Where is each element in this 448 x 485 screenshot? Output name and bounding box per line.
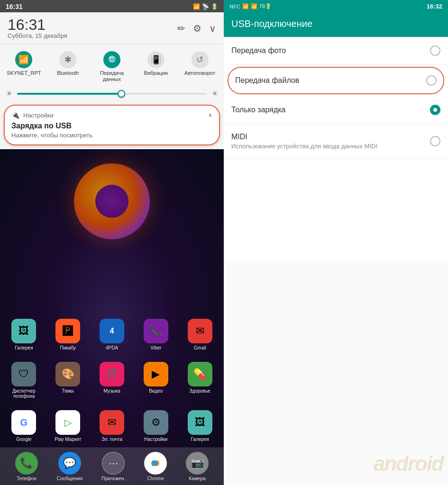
app-play[interactable]: ▷ Play Маркет	[48, 410, 88, 442]
dock-camera-icon: 📷	[186, 452, 209, 475]
app-phone-manager[interactable]: 🛡 Диспетчер телефона	[4, 362, 44, 399]
app-music-label: Музыка	[103, 388, 120, 394]
app-gallery2-label: Галерея	[191, 437, 209, 442]
toggle-data[interactable]: ⑪ Передачаданных	[93, 51, 131, 82]
brightness-slider[interactable]	[17, 93, 207, 95]
status-time-right: 16:32	[427, 3, 442, 10]
watermark-area: andrоid	[224, 261, 448, 485]
usb-option-files[interactable]: Передача файлов	[229, 68, 443, 93]
app-4pda-icon: 4	[100, 319, 124, 343]
app-gmail-label: Gmail	[194, 345, 206, 350]
app-4pda[interactable]: 4 4PDA	[92, 319, 132, 350]
right-panel: NFC 📶 📶 78🔋 16:32 USB-подключение Переда…	[224, 0, 448, 485]
notif-chevron-icon[interactable]: ∧	[208, 112, 212, 118]
app-video-label: Видео	[149, 388, 163, 394]
app-themes[interactable]: 🎨 Темы	[48, 362, 88, 399]
app-gmail-icon: ✉	[188, 319, 212, 343]
rotation-label: Автоповорот	[184, 70, 215, 76]
home-screen: 🖼 Галерея 🅿 Пикабу 4 4PDA 📞 Viber ✉	[0, 149, 224, 485]
app-viber[interactable]: 📞 Viber	[136, 319, 176, 350]
dock-apps-icon: ⋯	[102, 452, 125, 475]
app-email-icon: ✉	[100, 410, 124, 435]
usb-option-photo[interactable]: Передача фото	[224, 37, 448, 65]
edit-icon[interactable]: ✏	[177, 23, 185, 34]
battery-icon-left: 🔋	[211, 3, 218, 10]
app-health-label: Здоровье	[189, 388, 210, 394]
status-icons-left: 📶 📡 🔋	[193, 3, 218, 10]
usb-option-files-label: Передача файлов	[235, 76, 426, 85]
app-pikabu-icon: 🅿	[55, 319, 80, 343]
usb-notif-icon: 🔌	[11, 111, 19, 119]
wifi-icon-right: 📶	[251, 3, 257, 9]
app-pikabu[interactable]: 🅿 Пикабу	[48, 319, 88, 350]
settings-gear-icon[interactable]: ⚙	[193, 23, 201, 34]
battery-icon-right: 78🔋	[259, 3, 272, 9]
app-settings-icon: ⚙	[144, 410, 168, 435]
dock-chrome-label: Chrome	[147, 476, 164, 481]
toggle-wifi[interactable]: 📶 SKYNET_RPT	[5, 51, 43, 82]
usb-option-midi-sublabel: Использование устройства для ввода данны…	[231, 143, 430, 150]
app-video[interactable]: ▶ Видео	[136, 362, 176, 399]
usb-option-charge[interactable]: Только зарядка	[224, 96, 448, 124]
time-display: 16:31	[8, 17, 67, 32]
status-bar-left: 16:31 📶 📡 🔋	[0, 0, 224, 12]
toggle-vibration[interactable]: 📳 Вибрация	[137, 51, 175, 82]
app-google-icon: G	[11, 410, 36, 435]
dock-apps[interactable]: ⋯ Приложен.	[101, 452, 125, 481]
app-viber-label: Viber	[150, 345, 161, 350]
app-grid-row2: 🛡 Диспетчер телефона 🎨 Темы 🎵 Музыка ▶ В…	[0, 356, 224, 404]
left-panel: 16:31 📶 📡 🔋 16:31 Суббота, 15 декабря ✏ …	[0, 0, 224, 485]
usb-option-photo-label: Передача фото	[231, 46, 430, 55]
vibration-toggle-icon: 📳	[147, 51, 165, 68]
brightness-fill	[17, 93, 121, 95]
app-gmail[interactable]: ✉ Gmail	[180, 319, 220, 350]
toggle-rotation[interactable]: ↺ Автоповорот	[181, 51, 219, 82]
notif-app-name: Настройки	[23, 112, 54, 119]
app-music[interactable]: 🎵 Музыка	[92, 362, 132, 399]
radio-photo[interactable]	[430, 45, 440, 56]
data-label: Передачаданных	[100, 70, 124, 82]
dock-camera-label: Камера	[189, 476, 206, 481]
chevron-down-icon[interactable]: ∨	[209, 23, 216, 34]
toggle-bluetooth[interactable]: ✱ Bluetooth	[49, 51, 87, 82]
notification-shade: 16:31 📶 📡 🔋 16:31 Суббота, 15 декабря ✏ …	[0, 0, 224, 149]
app-gallery2[interactable]: 🖼 Галерея	[180, 410, 220, 442]
usb-option-midi-label: MIDI	[231, 133, 430, 141]
notif-header: 🔌 Настройки ∧	[11, 111, 212, 119]
app-settings[interactable]: ⚙ Настройки	[136, 410, 176, 442]
wallpaper: 🖼 Галерея 🅿 Пикабу 4 4PDA 📞 Viber ✉	[0, 149, 224, 485]
app-music-icon: 🎵	[100, 362, 124, 386]
app-themes-icon: 🎨	[55, 362, 80, 386]
app-health[interactable]: 💊 Здоровье	[180, 362, 220, 399]
usb-option-files-wrapper: Передача файлов	[228, 67, 444, 94]
bluetooth-symbol: ✱	[64, 54, 72, 65]
dock-messages-label: Сообщения	[57, 476, 82, 481]
dock-apps-label: Приложен.	[101, 476, 125, 481]
date-display: Суббота, 15 декабря	[8, 32, 67, 39]
dock-phone[interactable]: 📞 Телефон	[15, 452, 38, 481]
app-4pda-label: 4PDA	[106, 345, 118, 350]
app-email[interactable]: ✉ Эл. почта	[92, 410, 132, 442]
radio-files[interactable]	[426, 75, 437, 86]
time-area: 16:31 Суббота, 15 декабря ✏ ⚙ ∨	[0, 12, 224, 41]
notification-card[interactable]: 🔌 Настройки ∧ Зарядка по USB Нажмите, чт…	[4, 105, 220, 145]
time-left: 16:31	[6, 3, 23, 10]
wifi-label: SKYNET_RPT	[7, 70, 41, 76]
dock-camera[interactable]: 📷 Камера	[186, 452, 209, 481]
app-themes-label: Темы	[62, 388, 74, 394]
rotation-symbol: ↺	[196, 54, 203, 65]
radio-charge[interactable]	[430, 105, 440, 115]
app-viber-icon: 📞	[144, 319, 168, 343]
app-gallery1[interactable]: 🖼 Галерея	[4, 319, 44, 350]
wallpaper-art	[74, 163, 150, 239]
app-google[interactable]: G Google	[4, 410, 44, 442]
vibration-label: Вибрация	[144, 70, 168, 76]
dock-phone-icon: 📞	[15, 452, 38, 475]
status-icons-right: NFC 📶 📶 78🔋	[229, 3, 272, 9]
radio-midi[interactable]	[430, 136, 440, 146]
usb-option-midi[interactable]: MIDI Использование устройства для ввода …	[224, 124, 448, 159]
dock-messages[interactable]: 💬 Сообщения	[57, 452, 82, 481]
app-phone-manager-label: Диспетчер телефона	[4, 388, 44, 399]
dock-chrome[interactable]: Chrome	[144, 452, 167, 481]
status-bar-right: NFC 📶 📶 78🔋 16:32	[224, 0, 448, 12]
